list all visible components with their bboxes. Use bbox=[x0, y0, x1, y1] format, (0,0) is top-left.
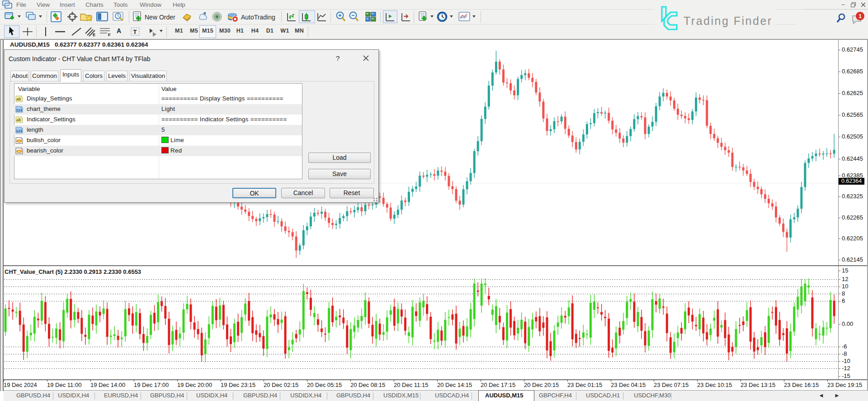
svg-text:123: 123 bbox=[16, 129, 23, 133]
svg-text:E: E bbox=[93, 33, 95, 37]
svg-text:ab: ab bbox=[16, 97, 21, 101]
svg-text:ab: ab bbox=[16, 118, 21, 122]
svg-text:F: F bbox=[108, 33, 111, 37]
svg-text:T: T bbox=[133, 29, 137, 35]
svg-text:123: 123 bbox=[16, 108, 23, 112]
